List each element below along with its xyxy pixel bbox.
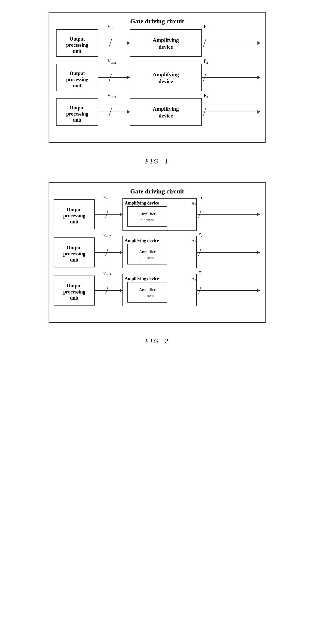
svg-rect-66 xyxy=(128,282,167,302)
svg-text:unit: unit xyxy=(73,48,82,54)
svg-text:element: element xyxy=(141,218,154,222)
svg-text:element: element xyxy=(141,256,154,260)
fig1-opu1: Output xyxy=(69,36,85,42)
fig1-title: Gate driving circuit xyxy=(130,18,184,25)
svg-text:processing: processing xyxy=(63,213,85,218)
svg-rect-54 xyxy=(128,244,167,264)
fig2-elem2: Amplifier xyxy=(139,250,156,254)
svg-text:processing: processing xyxy=(66,111,88,117)
svg-text:unit: unit xyxy=(73,117,82,123)
fig2-amp3-label: Amplifying device xyxy=(125,276,159,281)
fig2-amp1-label: Amplifying device xyxy=(125,200,159,206)
svg-text:unit: unit xyxy=(70,219,78,224)
svg-rect-29 xyxy=(130,98,202,125)
svg-text:device: device xyxy=(158,112,173,119)
fig2-diagram: Gate driving circuit Output processing u… xyxy=(46,180,268,328)
fig2-elem3: Amplifier xyxy=(139,287,156,292)
svg-text:processing: processing xyxy=(66,77,88,82)
svg-text:element: element xyxy=(141,293,154,298)
fig1-opu3: Output xyxy=(69,105,85,110)
fig1-amp3: Amplifying xyxy=(152,106,178,112)
fig1-amp2: Amplifying xyxy=(152,71,178,78)
page: Gate driving circuit Output processing u… xyxy=(0,0,314,355)
fig1-caption: FIG. 1 xyxy=(145,157,169,165)
svg-text:device: device xyxy=(158,78,173,84)
fig1-diagram: Gate driving circuit Output processing u… xyxy=(46,10,268,148)
fig1-opu2: Output xyxy=(69,70,85,76)
fig1-amp1: Amplifying xyxy=(152,37,178,43)
fig1-section: Gate driving circuit Output processing u… xyxy=(20,10,294,165)
fig2-title: Gate driving circuit xyxy=(130,188,184,195)
fig2-caption: FIG. 2 xyxy=(145,337,169,345)
svg-text:processing: processing xyxy=(63,289,85,295)
svg-text:device: device xyxy=(158,44,173,50)
svg-text:unit: unit xyxy=(70,257,78,262)
fig2-section: Gate driving circuit Output processing u… xyxy=(20,180,294,345)
svg-text:unit: unit xyxy=(73,83,82,88)
fig2-elem1: Amplifier xyxy=(139,212,156,216)
fig2-amp2-label: Amplifying device xyxy=(125,238,159,243)
fig2-opu1: Output xyxy=(66,207,82,212)
svg-text:processing: processing xyxy=(63,251,85,256)
fig2-opu2: Output xyxy=(66,245,82,250)
svg-text:unit: unit xyxy=(70,295,78,300)
svg-rect-7 xyxy=(130,30,202,56)
svg-rect-18 xyxy=(130,64,202,91)
fig2-opu3: Output xyxy=(66,283,82,288)
svg-text:processing: processing xyxy=(66,42,88,48)
svg-rect-42 xyxy=(128,206,167,227)
